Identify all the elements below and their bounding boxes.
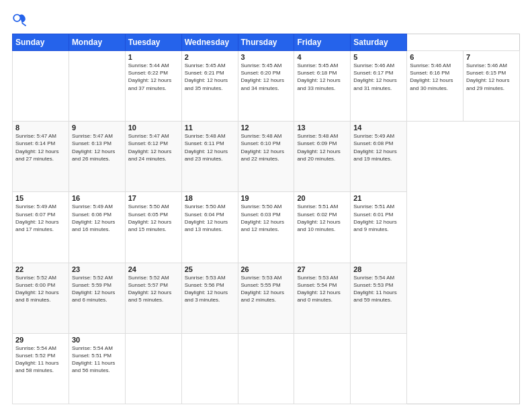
sunset-text: Sunset: 6:16 PM	[410, 70, 449, 76]
day-info: Sunrise: 5:45 AMSunset: 6:20 PMDaylight:…	[241, 62, 292, 92]
daylight-text: Daylight: 12 hours and 3 minutes.	[185, 289, 228, 303]
weekday-header-wednesday: Wednesday	[181, 34, 238, 51]
day-info: Sunrise: 5:51 AMSunset: 6:02 PMDaylight:…	[297, 203, 347, 233]
weekday-header-monday: Monday	[69, 34, 125, 51]
calendar-cell: 15Sunrise: 5:49 AMSunset: 6:07 PMDayligh…	[13, 192, 69, 263]
sunrise-text: Sunrise: 5:52 AM	[128, 275, 169, 281]
daylight-text: Daylight: 12 hours and 16 minutes.	[72, 219, 115, 232]
sunset-text: Sunset: 6:11 PM	[185, 140, 224, 146]
sunset-text: Sunset: 6:14 PM	[15, 140, 55, 146]
svg-point-0	[13, 15, 20, 21]
sunset-text: Sunset: 5:51 PM	[72, 353, 112, 359]
daylight-text: Daylight: 12 hours and 6 minutes.	[72, 289, 115, 303]
day-info: Sunrise: 5:51 AMSunset: 6:01 PMDaylight:…	[353, 203, 404, 233]
day-number: 29	[15, 336, 66, 344]
sunset-text: Sunset: 5:57 PM	[128, 282, 168, 288]
daylight-text: Daylight: 11 hours and 59 minutes.	[353, 289, 396, 303]
calendar-cell: 26Sunrise: 5:53 AMSunset: 5:55 PMDayligh…	[238, 263, 294, 333]
day-number: 1	[128, 53, 179, 61]
calendar-cell: 4Sunrise: 5:45 AMSunset: 6:18 PMDaylight…	[294, 51, 351, 122]
day-info: Sunrise: 5:46 AMSunset: 6:17 PMDaylight:…	[353, 62, 404, 92]
sunset-text: Sunset: 6:01 PM	[353, 212, 393, 218]
sunset-text: Sunset: 5:53 PM	[353, 282, 393, 288]
sunrise-text: Sunrise: 5:45 AM	[241, 62, 282, 68]
calendar-cell: 28Sunrise: 5:54 AMSunset: 5:53 PMDayligh…	[351, 263, 407, 333]
day-info: Sunrise: 5:48 AMSunset: 6:11 PMDaylight:…	[185, 132, 235, 163]
sunset-text: Sunset: 6:02 PM	[297, 212, 337, 218]
sunset-text: Sunset: 6:17 PM	[353, 70, 393, 76]
sunset-text: Sunset: 6:20 PM	[241, 70, 281, 76]
sunset-text: Sunset: 6:07 PM	[15, 212, 55, 218]
day-info: Sunrise: 5:47 AMSunset: 6:14 PMDaylight:…	[15, 132, 66, 163]
calendar-week-row: 15Sunrise: 5:49 AMSunset: 6:07 PMDayligh…	[13, 192, 520, 263]
day-info: Sunrise: 5:47 AMSunset: 6:12 PMDaylight:…	[128, 132, 179, 163]
day-number: 16	[72, 194, 122, 202]
day-number: 21	[353, 194, 404, 202]
weekday-header-friday: Friday	[294, 34, 351, 51]
day-number: 14	[353, 124, 404, 132]
logo	[12, 12, 30, 27]
sunrise-text: Sunrise: 5:52 AM	[72, 275, 113, 281]
sunrise-text: Sunrise: 5:54 AM	[72, 345, 113, 351]
day-info: Sunrise: 5:53 AMSunset: 5:54 PMDaylight:…	[297, 274, 347, 304]
day-info: Sunrise: 5:49 AMSunset: 6:07 PMDaylight:…	[15, 203, 66, 233]
day-number: 4	[297, 53, 347, 61]
calendar-table: SundayMondayTuesdayWednesdayThursdayFrid…	[12, 34, 520, 404]
daylight-text: Daylight: 12 hours and 33 minutes.	[297, 77, 340, 91]
logo-icon	[12, 12, 27, 27]
sunset-text: Sunset: 6:08 PM	[353, 140, 393, 146]
day-info: Sunrise: 5:52 AMSunset: 5:59 PMDaylight:…	[72, 274, 122, 304]
day-info: Sunrise: 5:53 AMSunset: 5:55 PMDaylight:…	[241, 274, 292, 304]
day-number: 18	[185, 194, 235, 202]
day-info: Sunrise: 5:54 AMSunset: 5:51 PMDaylight:…	[72, 345, 122, 375]
sunrise-text: Sunrise: 5:46 AM	[353, 62, 394, 68]
calendar-cell: 5Sunrise: 5:46 AMSunset: 6:17 PMDaylight…	[351, 51, 407, 122]
calendar-week-row: 22Sunrise: 5:52 AMSunset: 6:00 PMDayligh…	[13, 263, 520, 333]
sunrise-text: Sunrise: 5:50 AM	[185, 203, 226, 210]
day-info: Sunrise: 5:54 AMSunset: 5:52 PMDaylight:…	[15, 345, 66, 375]
calendar-cell: 6Sunrise: 5:46 AMSunset: 6:16 PMDaylight…	[407, 51, 463, 122]
calendar-cell: 12Sunrise: 5:48 AMSunset: 6:10 PMDayligh…	[238, 122, 294, 192]
day-info: Sunrise: 5:45 AMSunset: 6:18 PMDaylight:…	[297, 62, 347, 92]
calendar-week-row: 8Sunrise: 5:47 AMSunset: 6:14 PMDaylight…	[13, 122, 520, 192]
weekday-header-tuesday: Tuesday	[125, 34, 181, 51]
sunrise-text: Sunrise: 5:45 AM	[297, 62, 338, 68]
sunrise-text: Sunrise: 5:50 AM	[128, 203, 169, 210]
daylight-text: Daylight: 12 hours and 12 minutes.	[241, 219, 284, 232]
day-number: 28	[353, 265, 404, 273]
sunset-text: Sunset: 6:12 PM	[128, 140, 168, 146]
daylight-text: Daylight: 12 hours and 37 minutes.	[128, 77, 171, 91]
sunset-text: Sunset: 6:13 PM	[72, 140, 112, 146]
sunrise-text: Sunrise: 5:47 AM	[72, 133, 113, 139]
calendar-cell: 3Sunrise: 5:45 AMSunset: 6:20 PMDaylight…	[238, 51, 294, 122]
calendar-cell: 20Sunrise: 5:51 AMSunset: 6:02 PMDayligh…	[294, 192, 351, 263]
sunrise-text: Sunrise: 5:53 AM	[297, 275, 338, 281]
header	[12, 12, 520, 27]
calendar-cell: 2Sunrise: 5:45 AMSunset: 6:21 PMDaylight…	[181, 51, 238, 122]
sunrise-text: Sunrise: 5:51 AM	[353, 203, 394, 210]
daylight-text: Daylight: 12 hours and 34 minutes.	[241, 77, 284, 91]
sunset-text: Sunset: 5:56 PM	[185, 282, 224, 288]
sunset-text: Sunset: 6:05 PM	[128, 212, 168, 218]
day-info: Sunrise: 5:48 AMSunset: 6:09 PMDaylight:…	[297, 132, 347, 163]
day-info: Sunrise: 5:52 AMSunset: 5:57 PMDaylight:…	[128, 274, 179, 304]
daylight-text: Daylight: 12 hours and 19 minutes.	[353, 148, 396, 162]
calendar-cell: 14Sunrise: 5:49 AMSunset: 6:08 PMDayligh…	[351, 122, 407, 192]
calendar-cell: 18Sunrise: 5:50 AMSunset: 6:04 PMDayligh…	[181, 192, 238, 263]
day-number: 27	[297, 265, 347, 273]
sunrise-text: Sunrise: 5:48 AM	[297, 133, 338, 139]
sunset-text: Sunset: 5:55 PM	[241, 282, 281, 288]
sunrise-text: Sunrise: 5:46 AM	[410, 62, 451, 68]
weekday-header-row: SundayMondayTuesdayWednesdayThursdayFrid…	[13, 34, 520, 51]
calendar-cell: 1Sunrise: 5:44 AMSunset: 6:22 PMDaylight…	[125, 51, 181, 122]
daylight-text: Daylight: 12 hours and 26 minutes.	[72, 148, 115, 162]
sunrise-text: Sunrise: 5:50 AM	[241, 203, 282, 210]
calendar-cell: 9Sunrise: 5:47 AMSunset: 6:13 PMDaylight…	[69, 122, 125, 192]
sunset-text: Sunset: 6:18 PM	[297, 70, 337, 76]
day-number: 26	[241, 265, 292, 273]
day-info: Sunrise: 5:49 AMSunset: 6:06 PMDaylight:…	[72, 203, 122, 233]
day-number: 11	[185, 124, 235, 132]
sunrise-text: Sunrise: 5:49 AM	[353, 133, 394, 139]
sunrise-text: Sunrise: 5:51 AM	[297, 203, 338, 210]
daylight-text: Daylight: 12 hours and 23 minutes.	[185, 148, 228, 162]
